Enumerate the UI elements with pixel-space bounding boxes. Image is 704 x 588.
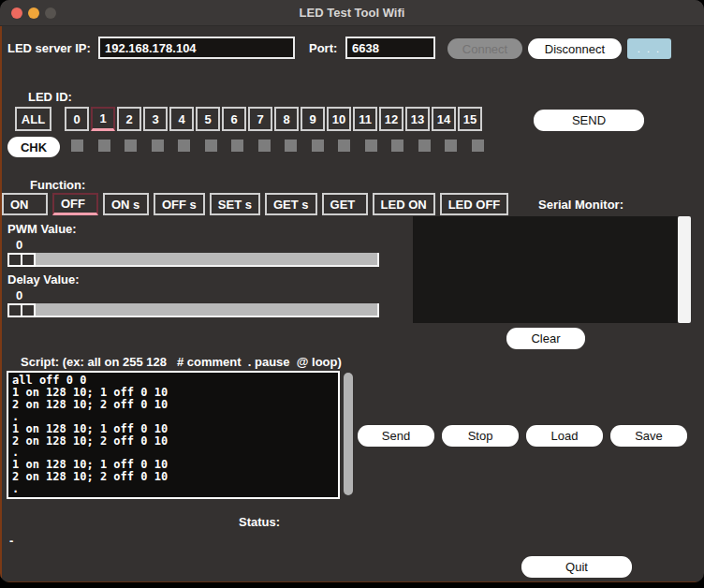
led-checkbox-9[interactable]	[312, 140, 324, 152]
led-id-button-14[interactable]: 14	[432, 107, 456, 131]
pwm-label: PWM Value:	[7, 222, 77, 236]
clear-button[interactable]: Clear	[506, 328, 585, 349]
ip-input[interactable]	[98, 37, 295, 59]
led-checkbox-4[interactable]	[178, 140, 190, 152]
send-command-button[interactable]: SEND	[534, 110, 644, 131]
close-window-icon[interactable]	[11, 7, 22, 19]
led-checkbox-13[interactable]	[418, 140, 431, 152]
function-button-get-s[interactable]: GET s	[265, 193, 317, 215]
window-bottom-accent	[0, 581, 704, 582]
pwm-slider[interactable]	[7, 253, 379, 267]
led-checkbox-3[interactable]	[152, 140, 164, 152]
window-left-accent	[0, 26, 2, 582]
function-buttons: ONOFFON sOFF sSET sGET sGETLED ONLED OFF	[2, 193, 508, 215]
status-value: -	[9, 534, 13, 548]
led-id-button-1[interactable]: 1	[91, 107, 115, 131]
led-checkbox-8[interactable]	[285, 140, 297, 152]
function-button-on-s[interactable]: ON s	[103, 193, 149, 215]
led-all-button[interactable]: ALL	[15, 107, 51, 131]
led-id-button-9[interactable]: 9	[301, 107, 325, 131]
script-editor[interactable]: all off 0 0 1 on 128 10; 1 off 0 10 2 on…	[7, 371, 340, 499]
led-id-button-0[interactable]: 0	[65, 107, 89, 131]
app-window: LED Test Tool Wifi LED server IP: Port: …	[0, 0, 704, 582]
window-title: LED Test Tool Wifi	[300, 6, 405, 20]
connect-button: Connect	[447, 38, 522, 59]
script-send-button[interactable]: Send	[358, 425, 434, 447]
options-button[interactable]: . . .	[627, 38, 671, 59]
function-button-set-s[interactable]: SET s	[210, 193, 260, 215]
function-label: Function:	[30, 178, 85, 192]
function-button-on[interactable]: ON	[2, 193, 48, 215]
script-load-button[interactable]: Load	[526, 425, 603, 447]
led-id-button-6[interactable]: 6	[222, 107, 246, 131]
led-checkbox-0[interactable]	[71, 140, 83, 152]
delay-value: 0	[16, 288, 22, 302]
script-scrollbar[interactable]	[344, 373, 353, 495]
port-label: Port:	[309, 41, 337, 55]
led-id-button-2[interactable]: 2	[117, 107, 141, 131]
disconnect-button[interactable]: Disconnect	[528, 38, 622, 59]
led-checkbox-12[interactable]	[391, 140, 403, 152]
function-button-off-s[interactable]: OFF s	[154, 193, 205, 215]
led-checkbox-6[interactable]	[231, 140, 243, 152]
script-label: Script: (ex: all on 255 128 # comment . …	[21, 355, 342, 369]
chk-button[interactable]: CHK	[7, 137, 60, 157]
delay-label: Delay Value:	[7, 272, 80, 287]
led-id-label: LED ID:	[28, 90, 72, 104]
quit-button[interactable]: Quit	[521, 556, 632, 578]
serial-monitor-scrollbar[interactable]	[678, 216, 691, 323]
led-checkbox-1[interactable]	[98, 140, 110, 152]
led-id-button-11[interactable]: 11	[353, 107, 377, 131]
led-checkbox-14[interactable]	[445, 140, 457, 152]
led-id-button-13[interactable]: 13	[405, 107, 430, 131]
function-button-get[interactable]: GET	[322, 193, 368, 215]
led-id-button-12[interactable]: 12	[379, 107, 403, 131]
script-stop-button[interactable]: Stop	[442, 425, 519, 447]
zoom-window-icon	[45, 7, 56, 19]
serial-monitor-label: Serial Monitor:	[538, 198, 623, 212]
led-checkbox-5[interactable]	[205, 140, 217, 152]
ip-label: LED server IP:	[7, 41, 91, 55]
pwm-value: 0	[16, 238, 22, 252]
led-checkbox-row	[71, 140, 484, 152]
status-label: Status:	[239, 515, 280, 529]
script-save-button[interactable]: Save	[610, 425, 687, 447]
function-button-led-off[interactable]: LED OFF	[440, 193, 509, 215]
title-bar: LED Test Tool Wifi	[0, 0, 704, 26]
port-input[interactable]	[345, 37, 435, 59]
function-button-off[interactable]: OFF	[52, 193, 98, 215]
led-id-button-4[interactable]: 4	[169, 107, 194, 131]
led-id-button-8[interactable]: 8	[274, 107, 299, 131]
led-id-button-15[interactable]: 15	[458, 107, 482, 131]
led-id-button-3[interactable]: 3	[143, 107, 168, 131]
screen: LED Test Tool Wifi LED server IP: Port: …	[0, 0, 704, 588]
function-button-led-on[interactable]: LED ON	[373, 193, 435, 215]
serial-monitor-output[interactable]	[413, 216, 678, 323]
led-checkbox-11[interactable]	[365, 140, 377, 152]
led-checkbox-10[interactable]	[338, 140, 350, 152]
led-checkbox-15[interactable]	[472, 140, 484, 152]
led-id-button-7[interactable]: 7	[248, 107, 272, 131]
minimize-window-icon[interactable]	[28, 7, 39, 19]
led-checkbox-7[interactable]	[258, 140, 271, 152]
led-id-button-10[interactable]: 10	[327, 107, 351, 131]
led-id-button-5[interactable]: 5	[196, 107, 220, 131]
led-checkbox-2[interactable]	[125, 140, 137, 152]
delay-slider-thumb[interactable]	[7, 303, 36, 317]
pwm-slider-thumb[interactable]	[7, 253, 36, 267]
led-id-buttons: 0123456789101112131415	[65, 107, 482, 131]
delay-slider[interactable]	[7, 303, 379, 317]
